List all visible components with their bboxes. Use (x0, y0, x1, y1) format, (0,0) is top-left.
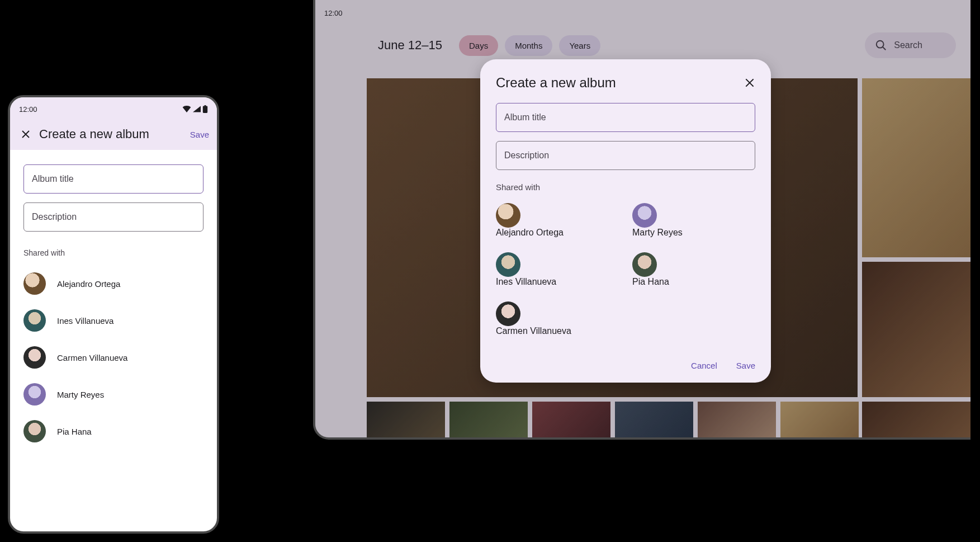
dialog-close-button[interactable] (744, 77, 755, 88)
list-item[interactable]: Pia Hana (632, 248, 755, 291)
dialog-description-input[interactable]: Description (496, 141, 755, 170)
list-item[interactable]: Marty Reyes (23, 376, 203, 413)
wifi-icon (182, 106, 191, 112)
person-name: Ines Villanueva (496, 277, 619, 287)
person-name: Pia Hana (57, 427, 92, 436)
shared-with-label: Shared with (23, 248, 203, 257)
list-item[interactable]: Ines Villanueva (23, 302, 203, 339)
tablet-device-frame: 12:00 June 12–15 Days Months Years Searc… (313, 0, 970, 440)
dialog-people-grid: Alejandro Ortega Marty Reyes Ines Villan… (496, 199, 755, 341)
phone-clock: 12:00 (19, 105, 37, 114)
list-item[interactable]: Ines Villanueva (496, 248, 619, 291)
list-item[interactable]: Carmen Villanueva (496, 297, 619, 341)
phone-device-frame: 12:00 Create a new album Save Album titl… (8, 95, 219, 534)
phone-app-bar: Create a new album Save (10, 119, 217, 150)
phone-page-title: Create a new album (39, 127, 190, 142)
list-item[interactable]: Carmen Villanueva (23, 339, 203, 376)
dialog-title: Create a new album (496, 75, 616, 91)
phone-save-button[interactable]: Save (190, 130, 209, 139)
person-name: Alejandro Ortega (57, 279, 120, 289)
create-album-dialog: Create a new album Album title Descripti… (480, 59, 771, 383)
dialog-shared-label: Shared with (496, 182, 755, 192)
list-item[interactable]: Alejandro Ortega (496, 199, 619, 242)
save-button[interactable]: Save (736, 361, 755, 370)
person-name: Marty Reyes (632, 228, 755, 238)
avatar (23, 272, 46, 295)
person-name: Carmen Villanueva (496, 326, 619, 336)
phone-body: Album title Description Shared with Alej… (10, 150, 217, 450)
dialog-header: Create a new album (496, 75, 755, 91)
list-item[interactable]: Pia Hana (23, 413, 203, 450)
avatar (23, 383, 46, 406)
list-item[interactable]: Marty Reyes (632, 199, 755, 242)
cancel-button[interactable]: Cancel (691, 361, 717, 370)
person-name: Marty Reyes (57, 390, 104, 399)
description-input[interactable]: Description (23, 202, 203, 232)
avatar (496, 252, 520, 277)
dialog-actions: Cancel Save (496, 361, 755, 370)
person-name: Carmen Villanueva (57, 353, 127, 362)
person-name: Ines Villanueva (57, 316, 113, 326)
list-item[interactable]: Alejandro Ortega (23, 265, 203, 302)
phone-status-icons (182, 105, 208, 113)
dialog-album-title-input[interactable]: Album title (496, 103, 755, 132)
battery-icon (202, 105, 208, 113)
avatar (632, 252, 657, 277)
signal-icon (193, 106, 201, 112)
avatar (496, 203, 520, 228)
person-name: Alejandro Ortega (496, 228, 619, 238)
close-button[interactable] (18, 126, 34, 142)
avatar (496, 301, 520, 326)
person-name: Pia Hana (632, 277, 755, 287)
avatar (632, 203, 657, 228)
album-title-input[interactable]: Album title (23, 164, 203, 194)
close-icon (21, 129, 31, 139)
avatar (23, 346, 46, 369)
phone-status-bar: 12:00 (10, 97, 217, 119)
phone-people-list: Alejandro Ortega Ines Villanueva Carmen … (23, 265, 203, 450)
avatar (23, 420, 46, 442)
avatar (23, 309, 46, 332)
close-icon (744, 77, 755, 88)
